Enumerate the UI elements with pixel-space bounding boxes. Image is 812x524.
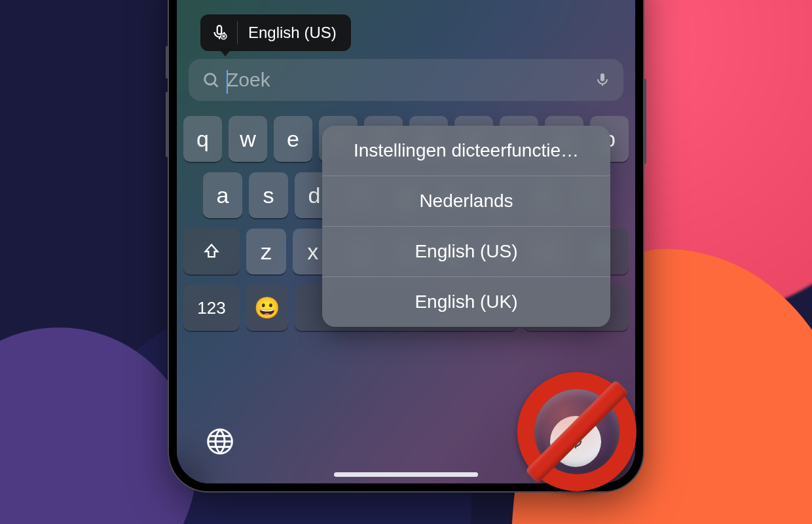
shift-key[interactable] [183,229,240,274]
prohibited-icon [517,372,637,491]
key-w[interactable]: w [229,116,267,162]
key-z[interactable]: z [246,229,286,274]
search-field[interactable]: Zoek [189,59,623,101]
tooltip-tail [219,48,232,56]
popover-item-settings[interactable]: Instellingen dicteerfunctie… [322,126,610,176]
search-placeholder: Zoek [227,69,270,91]
svg-point-2 [205,74,215,84]
prohibited-badge [517,372,637,491]
mic-off-icon [211,24,228,41]
tooltip-separator [237,21,238,45]
search-icon [202,71,220,89]
key-s[interactable]: s [249,172,288,218]
popover-item-english-uk[interactable]: English (UK) [322,277,610,327]
tooltip-language-label: English (US) [248,24,337,42]
popover-item-english-us[interactable]: English (US) [322,227,610,277]
emoji-key[interactable]: 😀 [246,285,288,331]
text-cursor [227,70,228,94]
globe-icon[interactable] [206,427,234,456]
key-e[interactable]: e [274,116,312,162]
home-indicator[interactable] [334,472,478,477]
phone-side-button [166,92,169,157]
phone-side-button [643,79,646,164]
numbers-key[interactable]: 123 [183,285,240,331]
key-q[interactable]: q [183,116,222,162]
svg-rect-0 [217,26,222,34]
dictation-tooltip: English (US) [200,14,351,51]
phone-side-button [166,46,169,79]
svg-rect-3 [600,73,604,81]
dictation-language-popover: Instellingen dicteerfunctie… Nederlands … [322,126,610,327]
popover-item-nederlands[interactable]: Nederlands [322,176,610,227]
mic-icon[interactable] [595,70,610,90]
key-a[interactable]: a [203,172,242,218]
